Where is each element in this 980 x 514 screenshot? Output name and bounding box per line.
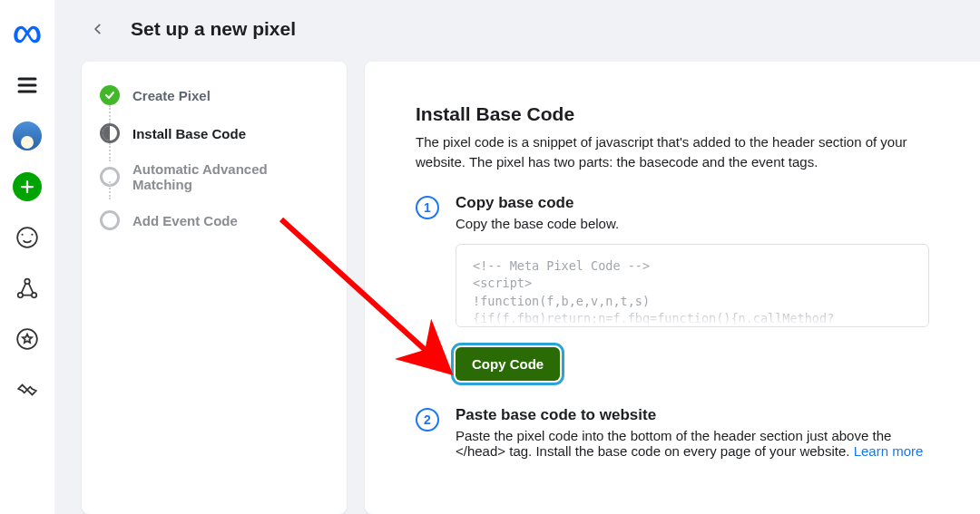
substep-title: Copy base code <box>456 194 929 212</box>
step-number-badge: 2 <box>416 408 439 432</box>
svg-point-7 <box>31 234 33 236</box>
learn-more-link[interactable]: Learn more <box>854 443 924 459</box>
gauge-icon[interactable] <box>11 221 44 254</box>
section-title: Install Base Code <box>416 103 929 125</box>
section-description: The pixel code is a snippet of javascrip… <box>416 132 929 172</box>
back-button[interactable] <box>87 18 109 40</box>
stepper-card: Create Pixel Install Base Code Automatic… <box>82 62 347 514</box>
handshake-icon[interactable] <box>11 373 44 406</box>
left-nav-rail <box>0 0 54 514</box>
svg-point-6 <box>22 234 24 236</box>
svg-point-11 <box>17 329 37 349</box>
substep-paste-to-website: 2 Paste base code to website Paste the p… <box>416 406 929 471</box>
main-card: Install Base Code The pixel code is a sn… <box>365 62 980 514</box>
avatar[interactable] <box>11 120 44 152</box>
meta-logo-icon[interactable] <box>11 18 44 51</box>
step-label: Create Pixel <box>132 88 211 103</box>
half-circle-icon <box>100 123 120 143</box>
step-label: Automatic Advanced Matching <box>132 161 328 192</box>
step-install-base-code[interactable]: Install Base Code <box>100 123 328 143</box>
svg-point-8 <box>24 279 29 284</box>
step-create-pixel[interactable]: Create Pixel <box>100 85 328 105</box>
code-snippet[interactable]: <!-- Meta Pixel Code --> <script> !funct… <box>456 244 929 327</box>
add-button[interactable] <box>11 170 44 203</box>
menu-icon[interactable] <box>11 69 44 102</box>
substep-desc-text: Paste the pixel code into the bottom of … <box>456 428 891 459</box>
check-icon <box>100 85 120 105</box>
content-area: Create Pixel Install Base Code Automatic… <box>54 58 980 514</box>
star-circle-icon[interactable] <box>11 323 44 355</box>
copy-code-button[interactable]: Copy Code <box>456 347 560 381</box>
page-header: Set up a new pixel <box>54 0 980 58</box>
substep-copy-base-code: 1 Copy base code Copy the base code belo… <box>416 194 929 381</box>
substep-title: Paste base code to website <box>456 406 929 424</box>
substep-subtitle: Copy the base code below. <box>456 216 929 231</box>
graph-icon[interactable] <box>11 272 44 305</box>
step-automatic-advanced-matching[interactable]: Automatic Advanced Matching <box>100 161 328 192</box>
svg-point-5 <box>17 228 37 247</box>
empty-circle-icon <box>100 210 120 230</box>
step-number-badge: 1 <box>416 196 439 219</box>
empty-circle-icon <box>100 167 120 187</box>
page-title: Set up a new pixel <box>131 18 296 40</box>
step-add-event-code[interactable]: Add Event Code <box>100 210 328 230</box>
step-label: Install Base Code <box>132 126 246 141</box>
step-label: Add Event Code <box>132 213 238 228</box>
substep-description: Paste the pixel code into the bottom of … <box>456 428 929 459</box>
